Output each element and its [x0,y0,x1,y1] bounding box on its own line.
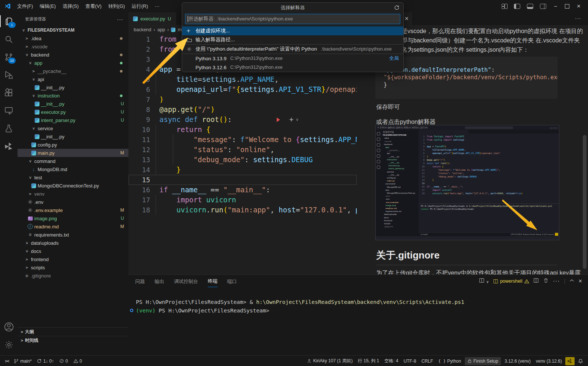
customize-layout-icon[interactable] [501,4,507,9]
tree-item-__init__.py[interactable]: __init__.pyU [18,100,128,108]
tree-item-.idea[interactable]: >.idea [18,34,128,42]
toggle-sidebar-icon[interactable] [514,4,520,9]
tree-item-config.py[interactable]: config.py [18,141,128,149]
tree-item-main.py[interactable]: main.pyM [18,149,128,157]
account-icon[interactable] [0,318,18,336]
quickpick-item-创建虚拟环境...[interactable]: +创建虚拟环境... [182,26,403,35]
status--4[interactable]: 空格: 4 [382,357,401,365]
tree-item-datauploads[interactable]: >data\uploads [18,239,128,247]
tree-item-scripts[interactable]: >scripts [18,263,128,272]
status-3-12-6-venv-[interactable]: 3.12.6 (venv) [502,357,533,365]
tree-item-__init__.py[interactable]: __init__.py [18,132,128,141]
preview-more-actions-icon[interactable]: ··· [575,15,581,21]
tree-item-.vscode[interactable]: >.vscode [18,42,128,51]
menu-选择S[interactable]: 选择(S) [59,3,82,9]
tree-item-__init__.py[interactable]: __init__.py [18,83,128,92]
status-1-0-[interactable]: 1↓ 0↑ [34,357,57,365]
close-window-button[interactable]: × [576,3,581,10]
quickpick-item-使用 \"python.[interactable]: 使用 \"python.defaultInterpreterPath\" 设置中… [182,44,403,54]
outline-section[interactable]: >大纲 [18,327,128,336]
menu-转到G[interactable]: 转到(G) [105,3,128,9]
tree-item-.env[interactable]: .env [18,198,128,206]
split-terminal-icon[interactable] [534,278,539,285]
tree-item-.gitignore[interactable]: ◈.gitignore [18,272,128,280]
tree-item-docs[interactable]: >docs [18,247,128,255]
tree-item-executor.py[interactable]: executor.pyU [18,108,128,116]
refresh-icon[interactable] [394,5,400,12]
tree-item-instruction[interactable]: >instruction [18,92,128,100]
panel-tab-问题[interactable]: 问题 [135,276,145,287]
preview-scrollbar[interactable] [583,135,587,269]
settings-gear-icon[interactable] [0,336,18,354]
tree-item-__pycache__[interactable]: >__pycache__ [18,67,128,75]
tree-item-readme.md[interactable]: ireadme.mdM [18,222,128,231]
status-crlf[interactable]: CRLF [419,357,436,365]
menu-overflow[interactable]: ··· [151,0,163,12]
tree-item-MongoDBConnectionTest.py[interactable]: MongoDBConnectionTest.py [18,182,128,190]
quickpick-item-Python 3.12.[interactable]: Python 3.12.6C:\Python312\python.exe [182,63,403,72]
activity-extensions-icon[interactable] [0,84,18,102]
tree-root[interactable]: >FILESREADSYSTEAM [18,26,128,34]
status-bell[interactable] [575,357,586,365]
tree-item-command[interactable]: >command [18,157,128,165]
explorer-more-actions-icon[interactable]: ··· [117,16,123,22]
panel-tab-输出[interactable]: 输出 [155,276,164,287]
status-venv-3-12-6-[interactable]: venv (3.12.6) [533,357,565,365]
close-panel-icon[interactable]: × [579,278,582,285]
tree-item-test[interactable]: >test [18,173,128,182]
status-main-[interactable]: main* [11,357,34,365]
toggle-secondary-sidebar-icon[interactable] [540,4,546,9]
activity-explorer-icon[interactable]: 1 [0,12,18,30]
terminal-more-actions-icon[interactable]: ··· [553,278,560,285]
tree-item-service[interactable]: >service [18,124,128,132]
toggle-panel-icon[interactable] [527,4,533,9]
status-pinwheel[interactable] [565,357,575,365]
status-utf-8[interactable]: UTF-8 [401,357,419,365]
tree-item-venv[interactable]: >venv [18,190,128,198]
embedded-screenshot[interactable]: ✕ 文件(F) 编辑(E) 选择(S) 查看(V) 转到(G) 运行(R)▢ ▢… [375,125,559,240]
breadcrumb-item[interactable]: app [157,27,165,32]
tree-item-app[interactable]: >app [18,59,128,67]
close-tab-icon[interactable]: ✕ [404,16,409,22]
status-finish-setup[interactable]: Finish Setup [465,357,501,365]
minimize-button[interactable]: − [553,3,558,9]
terminal-instance-powershell[interactable]: powershell [493,279,529,284]
activity-testing-icon[interactable] [0,119,18,137]
panel-tab-终端[interactable]: 终端 [208,276,217,287]
copilot-sparkle-icon[interactable]: ∨ [289,117,299,122]
interpreter-search-input[interactable]: 所选解释器: .\backend\venv\Scripts\python.exe [185,14,400,24]
activity-remote-explorer-icon[interactable] [0,102,18,119]
tree-item-image.png[interactable]: image.pngU [18,214,128,222]
menu-文件F[interactable]: 文件(F) [14,3,36,9]
maximize-panel-icon[interactable] [569,278,574,285]
status-0[interactable]: 0 [57,357,71,365]
maximize-button[interactable] [565,4,569,9]
tree-item-intent_parser.py[interactable]: intent_parser.pyU [18,116,128,124]
breadcrumb-item[interactable]: backend [134,27,151,32]
terminal-output[interactable]: PS H:\OwnProject\FilesReadSysteam> & h:\… [131,298,464,315]
activity-source-control-icon[interactable]: 10 [0,48,18,66]
status-0[interactable]: 0 [71,357,85,365]
quickpick-item-Python 3.13.[interactable]: Python 3.13.9C:\Python313\python.exe全局 [182,54,403,63]
kill-terminal-icon[interactable] [543,278,549,285]
menu-查看V[interactable]: 查看(V) [82,3,105,9]
quickpick-title-bar[interactable]: 选择解释器 [182,3,403,13]
tab-executor-py[interactable]: executor.py U [128,12,176,25]
menu-运行R[interactable]: 运行(R) [128,3,151,9]
tree-item-MongoDB.md[interactable]: ↓MongoDB.md [18,165,128,173]
activity-extension-pinwheel-icon[interactable] [0,137,18,155]
panel-tab-端口[interactable]: 端口 [227,276,237,287]
activity-search-icon[interactable] [0,30,18,48]
panel-tab-调试控制台[interactable]: 调试控制台 [174,276,198,287]
menu-编辑E[interactable]: 编辑(E) [36,3,59,9]
tree-item-requirements.txt[interactable]: ≡requirements.txt [18,231,128,239]
tree-item-frontend[interactable]: >frontend [18,255,128,263]
status--15-1[interactable]: 行 15, 列 1 [355,357,382,365]
status-remote[interactable]: >< [2,357,11,365]
tree-item-backend[interactable]: >backend [18,51,128,59]
tree-item-.env.example[interactable]: .env.exampleM [18,206,128,214]
terminal-split-dropdown-icon[interactable]: ∨ [479,278,489,285]
activity-run-debug-icon[interactable] [0,66,18,84]
tree-item-api[interactable]: >api [18,75,128,83]
timeline-section[interactable]: >时间线 [18,336,128,344]
